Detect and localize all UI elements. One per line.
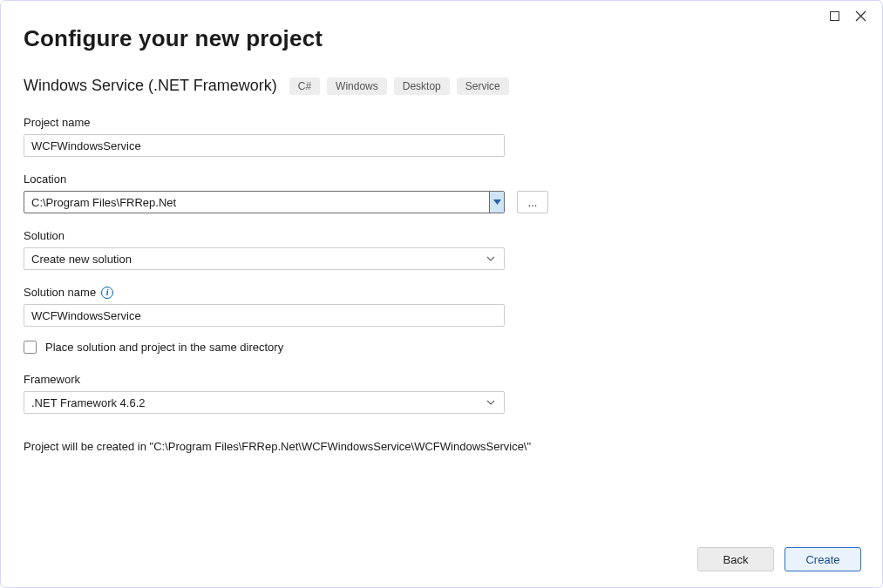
back-button[interactable]: Back: [697, 547, 774, 571]
chevron-down-icon: [486, 400, 495, 405]
solution-value: Create new solution: [31, 253, 485, 266]
same-directory-label: Place solution and project in the same d…: [45, 341, 283, 354]
svg-marker-2: [493, 199, 501, 205]
page-title: Configure your new project: [24, 25, 859, 52]
creation-path-summary: Project will be created in "C:\Program F…: [24, 440, 550, 453]
tag-service: Service: [457, 78, 509, 95]
project-name-input[interactable]: [24, 134, 505, 157]
framework-chevron: [485, 400, 497, 405]
project-tags: C# Windows Desktop Service: [289, 78, 509, 95]
location-label: Location: [24, 172, 550, 186]
same-directory-checkbox[interactable]: [24, 341, 37, 354]
solution-select[interactable]: Create new solution: [24, 247, 505, 270]
create-button-label: Create: [805, 553, 839, 566]
form: Project name Location C:\Program Files\F…: [24, 116, 550, 453]
framework-value: .NET Framework 4.6.2: [31, 396, 485, 409]
framework-label: Framework: [24, 373, 550, 386]
location-value: C:\Program Files\FRRep.Net: [24, 196, 489, 209]
solution-name-label-row: Solution name i: [24, 286, 550, 299]
solution-name-label: Solution name: [24, 286, 96, 299]
footer-buttons: Back Create: [697, 547, 861, 571]
chevron-down-icon: [493, 199, 501, 205]
location-dropdown-button[interactable]: [489, 192, 504, 213]
chevron-down-icon: [486, 256, 495, 261]
tag-csharp: C#: [289, 78, 320, 95]
maximize-button[interactable]: [828, 10, 840, 22]
project-type-row: Windows Service (.NET Framework) C# Wind…: [24, 77, 859, 95]
project-name-label: Project name: [24, 116, 550, 129]
back-button-label: Back: [723, 553, 749, 566]
tag-desktop: Desktop: [394, 78, 450, 95]
location-combo[interactable]: C:\Program Files\FRRep.Net: [24, 191, 505, 213]
solution-chevron: [485, 256, 497, 261]
dialog-window: Configure your new project Windows Servi…: [0, 0, 883, 588]
create-button[interactable]: Create: [785, 547, 861, 571]
solution-label: Solution: [24, 229, 550, 242]
tag-windows: Windows: [327, 78, 387, 95]
same-directory-row[interactable]: Place solution and project in the same d…: [24, 341, 550, 354]
info-icon[interactable]: i: [101, 287, 113, 299]
browse-button[interactable]: ...: [517, 191, 548, 213]
project-type-label: Windows Service (.NET Framework): [24, 77, 277, 95]
solution-name-input[interactable]: [24, 304, 505, 327]
dialog-content: Configure your new project Windows Servi…: [24, 25, 859, 526]
maximize-icon: [830, 11, 839, 21]
close-button[interactable]: [854, 10, 866, 22]
close-icon: [855, 10, 866, 22]
framework-select[interactable]: .NET Framework 4.6.2: [24, 391, 505, 414]
browse-button-label: ...: [528, 196, 538, 209]
